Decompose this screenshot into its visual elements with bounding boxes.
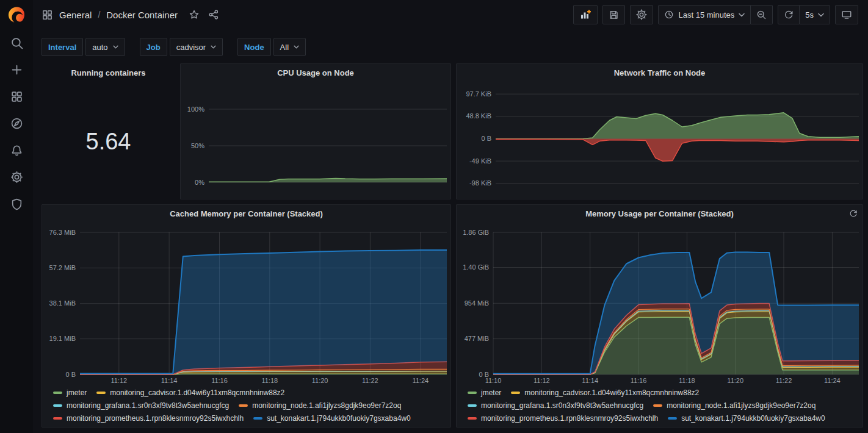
legend-series-name: jmeter (481, 388, 501, 397)
legend-item[interactable]: monitoring_node.1.afi1jlyzs8gdjk9eo9er7z… (653, 399, 816, 412)
variable-interval-value[interactable]: auto (85, 38, 125, 56)
svg-text:11:14: 11:14 (582, 377, 598, 384)
variable-interval: Interval auto (42, 38, 125, 56)
legend-series-name: sut_konakart.1.j794ukkb0fuokiy7gsxaba4w0 (267, 414, 411, 423)
svg-text:11:24: 11:24 (824, 377, 841, 384)
svg-text:0 B: 0 B (481, 135, 491, 142)
save-dashboard-button[interactable] (602, 5, 625, 24)
variable-job-value[interactable]: cadvisor (170, 38, 223, 56)
apps-icon (10, 90, 23, 103)
legend-series-swatch (511, 392, 520, 394)
svg-text:954 MiB: 954 MiB (465, 299, 489, 307)
svg-text:-49 KiB: -49 KiB (469, 157, 491, 165)
panel-cached-memory: Cached Memory per Container (Stacked) 0 … (42, 204, 451, 428)
svg-text:11:16: 11:16 (631, 377, 647, 384)
legend-series-swatch (468, 417, 477, 420)
legend-item[interactable]: sut_konakart.1.j794ukkb0fuokiy7gsxaba4w0 (668, 412, 825, 424)
legend-item[interactable]: monitoring_prometheus.1.rpn8klesnmroy92s… (468, 412, 658, 424)
legend-series-swatch (668, 417, 677, 420)
sidebar-item-server-admin[interactable] (0, 190, 33, 217)
breadcrumb-section[interactable]: General (59, 10, 92, 20)
add-panel-button[interactable] (573, 5, 598, 24)
toolbar: Last 15 minutes 5s (573, 5, 858, 24)
sidebar-item-search[interactable] (0, 29, 33, 56)
zoom-out-button[interactable] (751, 5, 773, 24)
legend-series-swatch (96, 392, 106, 394)
svg-text:0%: 0% (195, 179, 204, 186)
legend-series-name: monitoring_grafana.1.sr0n3xf9tv8t3w5aehn… (481, 401, 643, 410)
breadcrumb-title[interactable]: Docker Container (106, 10, 178, 20)
panel-title[interactable]: Memory Usage per Container (Stacked) (585, 209, 734, 218)
svg-text:11:12: 11:12 (533, 377, 550, 384)
legend-series-swatch (468, 404, 477, 407)
legend-series-name: monitoring_cadvisor.1.d04wi6y11xm8qcmnhn… (110, 388, 284, 397)
svg-text:50%: 50% (191, 142, 204, 149)
chevron-down-icon (294, 45, 299, 49)
dashboard-settings-button[interactable] (630, 5, 653, 24)
svg-text:1.40 GiB: 1.40 GiB (463, 263, 489, 271)
variable-node: Node All (237, 38, 306, 56)
legend-item[interactable]: monitoring_cadvisor.1.d04wi6y11xm8qcmnhn… (96, 386, 284, 399)
chart-legend: jmetermonitoring_cadvisor.1.d04wi6y11xm8… (457, 385, 863, 427)
legend-series-name: sut_konakart.1.j794ukkb0fuokiy7gsxaba4w0 (681, 414, 825, 423)
time-range-button[interactable]: Last 15 minutes (658, 5, 751, 24)
variable-job-label: Job (140, 38, 167, 56)
bell-icon (10, 144, 23, 157)
svg-text:11:22: 11:22 (776, 377, 792, 384)
legend-series-name: jmeter (67, 388, 87, 397)
share-icon[interactable] (208, 9, 219, 20)
legend-item[interactable]: jmeter (468, 386, 501, 399)
legend-item[interactable]: monitoring_cadvisor.1.d04wi6y11xm8qcmnhn… (511, 386, 699, 399)
grafana-logo[interactable] (0, 0, 33, 29)
legend-item[interactable]: monitoring_prometheus.1.rpn8klesnmroy92s… (53, 412, 244, 424)
legend-item[interactable]: sut_konakart.1.j794ukkb0fuokiy7gsxaba4w0 (253, 412, 411, 424)
variable-interval-label: Interval (42, 38, 83, 56)
breadcrumb-separator: / (98, 10, 100, 20)
svg-text:11:10: 11:10 (485, 377, 502, 384)
star-icon[interactable] (189, 9, 200, 20)
sidebar-item-alerting[interactable] (0, 137, 33, 163)
svg-text:11:14: 11:14 (161, 377, 178, 384)
legend-series-name: monitoring_node.1.afi1jlyzs8gdjk9eo9er7z… (252, 401, 401, 410)
sidebar-item-create[interactable] (0, 56, 33, 83)
svg-text:100%: 100% (187, 106, 204, 113)
stat-value: 5.64 (42, 81, 175, 199)
variables-bar: Interval auto Job cadvisor Node All (42, 29, 306, 56)
network-traffic-chart: 97.7 KiB48.8 KiB0 B-49 KiB-98 KiB (457, 81, 863, 199)
variable-node-value[interactable]: All (273, 38, 306, 56)
legend-series-name: monitoring_grafana.1.sr0n3xf9tv8t3w5aehn… (67, 401, 229, 410)
svg-text:11:18: 11:18 (261, 377, 278, 384)
legend-item[interactable]: monitoring_grafana.1.sr0n3xf9tv8t3w5aehn… (468, 399, 643, 412)
svg-text:38.1 MiB: 38.1 MiB (49, 299, 76, 307)
legend-item[interactable]: monitoring_grafana.1.sr0n3xf9tv8t3w5aehn… (53, 399, 229, 412)
memory-usage-chart: 0 B477 MiB954 MiB1.40 GiB1.86 GiB11:1011… (457, 222, 863, 385)
sidebar-item-explore[interactable] (0, 110, 33, 137)
apps-icon (42, 9, 53, 21)
chevron-down-icon (818, 13, 824, 17)
panel-title[interactable]: Network Traffic on Node (614, 68, 706, 77)
legend-series-swatch (253, 417, 262, 420)
svg-text:19.1 MiB: 19.1 MiB (49, 335, 76, 342)
legend-item[interactable]: jmeter (53, 386, 87, 399)
legend-series-swatch (468, 392, 477, 394)
svg-text:48.8 KiB: 48.8 KiB (466, 112, 491, 120)
refresh-interval-picker[interactable]: 5s (800, 5, 830, 24)
variable-job: Job cadvisor (140, 38, 223, 56)
sidebar-item-dashboards[interactable] (0, 83, 33, 110)
sidebar-item-configuration[interactable] (0, 163, 33, 190)
panel-running-containers: Running containers 5.64 (42, 63, 175, 199)
svg-text:0 B: 0 B (65, 371, 76, 378)
cycle-view-mode-button[interactable] (835, 5, 858, 24)
chevron-down-icon (739, 13, 745, 17)
shield-icon (10, 198, 23, 210)
svg-text:11:22: 11:22 (362, 377, 378, 384)
refresh-interval-label: 5s (805, 10, 814, 20)
plus-icon (10, 63, 23, 76)
panel-title[interactable]: Running containers (71, 68, 145, 77)
panel-refresh-icon[interactable] (849, 209, 858, 218)
legend-item[interactable]: monitoring_node.1.afi1jlyzs8gdjk9eo9er7z… (239, 399, 401, 412)
panel-title[interactable]: CPU Usage on Node (277, 68, 354, 77)
svg-text:1.86 GiB: 1.86 GiB (463, 229, 489, 236)
panel-title[interactable]: Cached Memory per Container (Stacked) (170, 209, 323, 218)
refresh-button[interactable] (778, 5, 800, 24)
